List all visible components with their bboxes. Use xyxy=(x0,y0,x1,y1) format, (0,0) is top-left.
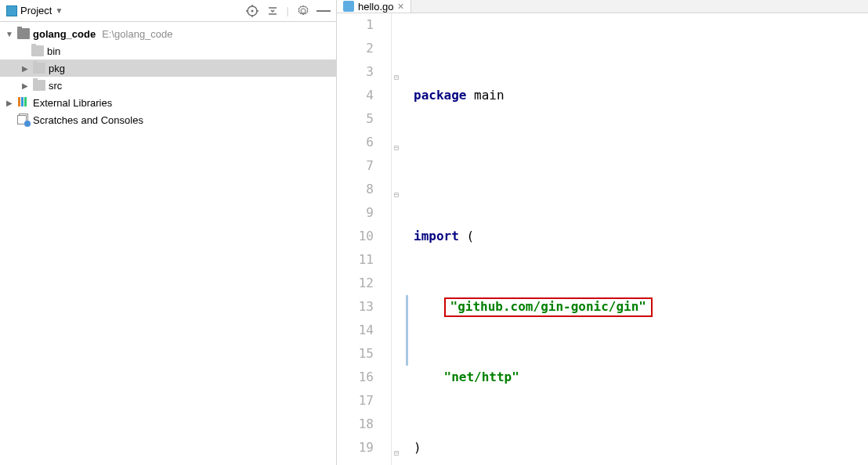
line-number: 1 xyxy=(337,13,374,37)
tree-node-external[interactable]: ▶ External Libraries xyxy=(0,94,336,111)
scratches-icon xyxy=(17,114,30,126)
folder-icon xyxy=(17,28,30,39)
line-number: 9 xyxy=(337,201,374,225)
line-number: 5 xyxy=(337,107,374,131)
dropdown-arrow-icon: ▼ xyxy=(55,6,63,15)
folder-icon xyxy=(31,45,44,56)
gear-icon[interactable] xyxy=(297,5,309,17)
line-number: 10 xyxy=(337,225,374,248)
project-header: Project ▼ | — xyxy=(0,0,336,22)
svg-point-1 xyxy=(251,9,253,12)
tree-node-src[interactable]: ▶ src xyxy=(0,77,336,94)
node-label: src xyxy=(49,80,62,92)
minimize-icon[interactable]: — xyxy=(317,5,330,17)
highlighted-import: "github.com/gin-gonic/gin" xyxy=(444,297,653,317)
line-gutter: 1 2 3 4 5 6 7 8 9 10 11 12 13 14 15 16 1… xyxy=(337,13,392,465)
line-number: 11 xyxy=(337,248,374,272)
svg-rect-8 xyxy=(18,97,20,106)
expand-arrow-icon[interactable]: ▼ xyxy=(5,30,14,38)
folder-icon xyxy=(33,80,45,91)
node-label: External Libraries xyxy=(33,97,112,109)
tree-node-pkg[interactable]: ▶ pkg xyxy=(0,59,336,77)
collapse-icon[interactable] xyxy=(266,5,279,17)
project-dropdown[interactable]: Project ▼ xyxy=(6,5,63,16)
go-file-icon xyxy=(343,1,354,12)
svg-rect-9 xyxy=(21,97,24,106)
project-title-label: Project xyxy=(20,5,52,16)
code-area[interactable]: package main import ( "github.com/gin-go… xyxy=(407,13,868,465)
expand-arrow-icon[interactable]: ▶ xyxy=(5,99,14,107)
change-marker xyxy=(406,295,408,366)
node-label: Scratches and Consoles xyxy=(33,114,143,126)
root-name: golang_code xyxy=(33,28,96,40)
fold-column: ⊟ ⊟ ⊟ ⊟ xyxy=(392,13,407,465)
library-icon xyxy=(17,96,30,110)
line-number: 3 xyxy=(337,60,374,84)
fold-icon[interactable]: ⊟ xyxy=(394,136,399,160)
editor-tabs: hello.go × xyxy=(337,0,868,13)
line-number: 12 xyxy=(337,272,374,295)
line-number: 17 xyxy=(337,389,374,413)
fold-icon[interactable]: ⊟ xyxy=(394,183,399,207)
code-editor[interactable]: 1 2 3 4 5 6 7 8 9 10 11 12 13 14 15 16 1… xyxy=(337,13,868,465)
line-number: 6 xyxy=(337,131,374,154)
svg-rect-10 xyxy=(24,97,27,106)
line-number: 7 xyxy=(337,154,374,178)
fold-icon[interactable]: ⊟ xyxy=(394,66,399,89)
expand-arrow-icon[interactable]: ▶ xyxy=(20,81,30,90)
line-number: 16 xyxy=(337,366,374,389)
project-tree: ▼ golang_code E:\golang_code bin ▶ pkg ▶ xyxy=(0,22,336,132)
target-icon[interactable] xyxy=(246,5,259,17)
project-panel: Project ▼ | — ▼ golang_code E:\golang_co… xyxy=(0,0,337,465)
line-number: 18 xyxy=(337,413,374,436)
close-icon[interactable]: × xyxy=(398,0,404,13)
line-number: 2 xyxy=(337,37,374,60)
node-label: bin xyxy=(47,45,60,57)
fold-icon[interactable]: ⊟ xyxy=(394,442,399,465)
tab-label: hello.go xyxy=(358,1,394,13)
line-number: 13 xyxy=(337,295,374,319)
tree-node-scratches[interactable]: Scratches and Consoles xyxy=(0,111,336,128)
folder-icon xyxy=(33,63,45,74)
line-number: 14 xyxy=(337,319,374,342)
editor-panel: hello.go × 1 2 3 4 5 6 7 8 9 10 11 12 13… xyxy=(337,0,868,465)
line-number: 8 xyxy=(337,178,374,201)
tree-node-bin[interactable]: bin xyxy=(0,42,336,59)
line-number: 4 xyxy=(337,84,374,107)
tab-hello-go[interactable]: hello.go × xyxy=(337,0,411,13)
project-icon xyxy=(6,5,17,16)
line-number: 15 xyxy=(337,342,374,366)
line-number: 19 xyxy=(337,436,374,460)
root-path: E:\golang_code xyxy=(102,28,172,40)
node-label: pkg xyxy=(49,63,65,74)
tree-root[interactable]: ▼ golang_code E:\golang_code xyxy=(0,25,336,42)
expand-arrow-icon[interactable]: ▶ xyxy=(20,64,30,73)
